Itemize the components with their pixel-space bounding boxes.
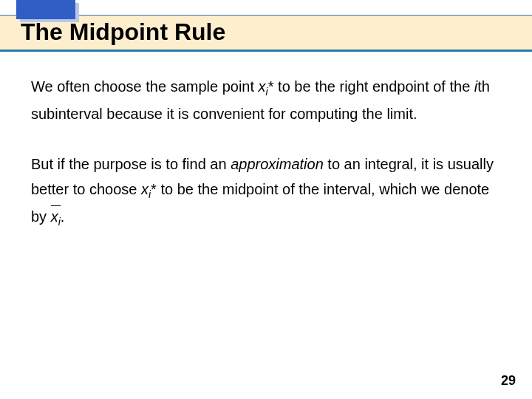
page-number: 29 xyxy=(501,373,516,389)
x-bar-symbol: xi xyxy=(51,204,61,231)
xi-star-2: * xyxy=(151,181,157,197)
body-text: We often choose the sample point xi* to … xyxy=(31,74,504,231)
title-accent-box xyxy=(16,0,75,19)
xbar-sub: i xyxy=(58,216,61,228)
slide-title: The Midpoint Rule xyxy=(21,18,225,46)
xbar-var: x xyxy=(51,208,58,225)
paragraph-1: We often choose the sample point xi* to … xyxy=(31,74,504,126)
xi-var-2: x xyxy=(141,181,149,197)
xi-star: * xyxy=(268,78,274,95)
xi-var: x xyxy=(259,78,266,95)
p1-text-2: to be the right endpoint of the xyxy=(274,78,474,95)
p2-period: . xyxy=(61,208,65,225)
paragraph-2: But if the purpose is to find an approxi… xyxy=(31,151,504,231)
p1-text-1: We often choose the sample point xyxy=(31,78,259,95)
overbar xyxy=(51,205,61,206)
approximation-word: approximation xyxy=(231,156,324,172)
p2-text-1: But if the purpose is to find an xyxy=(31,156,231,172)
